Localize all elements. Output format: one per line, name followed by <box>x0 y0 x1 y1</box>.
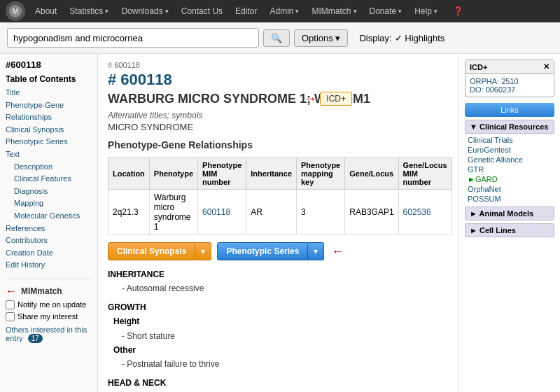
search-input[interactable] <box>7 28 259 48</box>
clinical-trials-link[interactable]: Clinical Trials <box>465 135 554 145</box>
sidebar-link-text[interactable]: Text <box>6 148 92 161</box>
possum-link[interactable]: POSSUM <box>465 194 554 204</box>
cell-lines-section: ► Cell Lines <box>465 223 554 237</box>
genetic-alliance-link[interactable]: Genetic Alliance <box>465 155 554 164</box>
head-neck-title: HEAD & NECK <box>108 376 449 390</box>
sidebar-link-mapping[interactable]: Mapping <box>6 197 92 210</box>
mimmatch-section: ← MIMmatch Notify me on update Share my … <box>6 279 92 342</box>
phenotypic-series-dropdown[interactable]: ▾ <box>308 242 324 260</box>
sidebar: #600118 Table of Contents Title Phenotyp… <box>0 54 98 392</box>
entry-title: # 600118 <box>108 61 449 69</box>
icd-popup: ICD+ ✕ ORPHA: 2510 DO: 0060237 <box>465 59 554 97</box>
highlights-toggle[interactable]: ✓ Highlights <box>395 33 445 43</box>
others-interested[interactable]: Others interested in this entry 17 <box>6 326 92 342</box>
alt-name: MICRO SYNDROME <box>108 122 449 132</box>
options-button[interactable]: Options ▾ <box>294 29 348 47</box>
col-gene: Gene/Locus <box>345 158 398 190</box>
other-sub: Other <box>108 343 449 357</box>
entry-name: WARBURG MICRO SYNDROME 1; WARBM1 <box>108 92 449 106</box>
mimmatch-label: ← MIMmatch <box>6 285 92 298</box>
svg-text:M: M <box>13 8 18 15</box>
clinical-synopsis-button[interactable]: Clinical Synopsis <box>108 242 195 260</box>
sidebar-link-diagnosis[interactable]: Diagnosis <box>6 186 92 198</box>
nav-statistics[interactable]: Statistics▾ <box>64 0 114 22</box>
sidebar-link-clinical-features[interactable]: Clinical Features <box>6 173 92 186</box>
orpha-link[interactable]: ORPHA: 2510 <box>470 77 550 85</box>
share-label: Share my interest <box>18 312 78 321</box>
cell-mim: 600118 <box>198 190 246 235</box>
cell-lines-title[interactable]: ► Cell Lines <box>465 223 554 237</box>
chevron-down-icon: ▾ <box>398 8 402 15</box>
red-arrow-btn: ← <box>331 244 344 259</box>
chevron-down-icon: ▾ <box>165 8 169 15</box>
icd-button[interactable]: ICD+ <box>320 92 352 106</box>
nav-admin[interactable]: Admin▾ <box>264 0 304 22</box>
mim-link[interactable]: 600118 <box>202 207 230 217</box>
sidebar-link-creation[interactable]: Creation Date <box>6 247 92 260</box>
cell-mapping-key: 3 <box>297 190 345 235</box>
display-section: Display: ✓ Highlights <box>359 33 444 43</box>
icd-popup-title: ICD+ <box>470 63 487 71</box>
height-item: Short stature <box>108 329 449 343</box>
others-badge: 17 <box>28 334 43 343</box>
notify-checkbox[interactable] <box>6 300 15 309</box>
nav-contact[interactable]: Contact Us <box>176 0 228 22</box>
links-button[interactable]: Links <box>465 103 554 117</box>
nav-downloads[interactable]: Downloads▾ <box>115 0 174 22</box>
chevron-down-icon: ▾ <box>354 8 357 15</box>
do-link[interactable]: DO: 0060237 <box>470 85 550 94</box>
toc-title: Table of Contents <box>6 74 92 84</box>
pheno-gene-table: Location Phenotype Phenotype MIM number … <box>108 158 452 235</box>
animal-models-section: ► Animal Models <box>465 206 554 220</box>
red-arrow-icon: ← <box>6 285 17 298</box>
col-gene-mim: Gene/Locus MIM number <box>398 158 451 190</box>
col-inheritance: Inheritance <box>246 158 297 190</box>
nav-help[interactable]: Help▾ <box>409 0 443 22</box>
nav-editor[interactable]: Editor <box>230 0 262 22</box>
search-bar: 🔍 Options ▾ Display: ✓ Highlights <box>0 22 560 54</box>
col-phenotype: Phenotype <box>149 158 197 190</box>
site-logo[interactable]: M <box>6 1 25 21</box>
gtr-link[interactable]: GTR <box>465 164 554 174</box>
pheno-gene-title: Phenotype-Gene Relationships <box>108 139 449 153</box>
sidebar-link-title[interactable]: Title <box>6 87 92 99</box>
nav-about[interactable]: About <box>29 0 62 22</box>
col-mapping: Phenotype mapping key <box>297 158 345 190</box>
clinical-resources-title[interactable]: ▼ Clinical Resources <box>465 120 554 134</box>
icd-close-button[interactable]: ✕ <box>543 62 550 71</box>
search-button[interactable]: 🔍 <box>263 29 290 47</box>
sidebar-link-phenotypic[interactable]: Phenotypic Series <box>6 136 92 148</box>
cell-gene: RAB3GAP1 <box>345 190 398 235</box>
height-sub: Height <box>108 314 449 328</box>
nav-mimmatch[interactable]: MIMmatch▾ <box>306 0 362 22</box>
sidebar-link-references[interactable]: References <box>6 223 92 235</box>
sidebar-link-edit-history[interactable]: Edit History <box>6 259 92 272</box>
inheritance-item: Autosomal recessive <box>108 281 449 295</box>
nav-donate[interactable]: Donate▾ <box>364 0 408 22</box>
orphanet-link[interactable]: OrphaNet <box>465 184 554 194</box>
right-panel: ICD+ ✕ ORPHA: 2510 DO: 0060237 Links ▼ C… <box>458 54 560 392</box>
gard-link[interactable]: ►GARD <box>465 174 554 184</box>
icd-red-arrow: → <box>303 90 317 106</box>
notify-row: Notify me on update <box>6 300 92 309</box>
nav-question[interactable]: ❓ <box>447 0 469 22</box>
sidebar-link-contributors[interactable]: Contributors <box>6 234 92 247</box>
sidebar-link-mol-gen[interactable]: Molecular Genetics <box>6 210 92 223</box>
sidebar-link-description[interactable]: Description <box>6 161 92 174</box>
other-item: Postnatal failure to thrive <box>108 357 449 371</box>
sidebar-link-clinical[interactable]: Clinical Synopsis <box>6 124 92 136</box>
entry-hash: # 600118 <box>108 71 449 89</box>
share-checkbox[interactable] <box>6 312 15 321</box>
top-navigation: M About Statistics▾ Downloads▾ Contact U… <box>0 0 560 22</box>
phenotypic-series-button[interactable]: Phenotypic Series <box>217 242 308 260</box>
animal-models-title[interactable]: ► Animal Models <box>465 206 554 220</box>
action-buttons: Clinical Synopsis ▾ Phenotypic Series ▾ … <box>108 242 449 260</box>
gene-mim-link[interactable]: 602536 <box>403 207 431 217</box>
cell-gene-mim: 602536 <box>398 190 451 235</box>
cell-inheritance: AR <box>246 190 297 235</box>
clinical-synopsis-dropdown[interactable]: ▾ <box>195 242 211 260</box>
chevron-down-icon: ▾ <box>105 8 108 15</box>
eurogentest-link[interactable]: EuroGentest <box>465 145 554 155</box>
chevron-down-icon: ▾ <box>434 8 438 15</box>
sidebar-link-pheno-gene[interactable]: Phenotype-Gene Relationships <box>6 99 92 124</box>
